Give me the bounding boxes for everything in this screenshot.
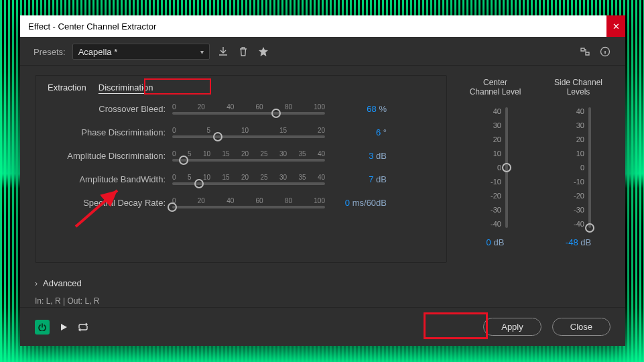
level-title: CenterChannel Level xyxy=(470,78,521,101)
center-channel-level: CenterChannel Level 403020100-10-20-30-4… xyxy=(463,78,527,263)
slider-amplitude-bandwidth: Amplitude BandWidth: 0510152025303540 7 … xyxy=(48,174,434,185)
parameters-panel: Extraction Discrimination Crossover Blee… xyxy=(35,75,447,263)
tabs: Extraction Discrimination xyxy=(48,82,434,94)
slider-thumb[interactable] xyxy=(502,163,511,172)
slider-thumb[interactable] xyxy=(168,202,177,212)
slider-track[interactable] xyxy=(172,135,325,138)
slider-thumb[interactable] xyxy=(585,223,594,233)
slider-thumb[interactable] xyxy=(179,156,188,165)
loop-button[interactable] xyxy=(78,322,88,332)
apply-button[interactable]: Apply xyxy=(483,318,541,336)
transport-controls xyxy=(35,320,88,335)
slider-spectral-decay-rate: Spectral Decay Rate: 020406080100 0 ms/6… xyxy=(48,197,434,208)
io-label: In: L, R | Out: L, R xyxy=(35,296,100,306)
preset-selected: Acapella * xyxy=(78,47,118,57)
tab-extraction[interactable]: Extraction xyxy=(48,82,86,94)
dialog-body: Extraction Discrimination Crossover Blee… xyxy=(20,66,625,268)
side-channel-levels: Side ChannelLevels 403020100-10-20-30-40… xyxy=(546,78,610,263)
close-button[interactable]: Close xyxy=(552,318,610,336)
play-button[interactable] xyxy=(59,322,68,332)
slider-track-wrap: 05101520 xyxy=(172,127,325,138)
level-value[interactable]: 0 dB xyxy=(487,237,505,247)
effect-dialog: Effect - Center Channel Extractor ✕ Pres… xyxy=(20,15,625,346)
preset-dropdown[interactable]: Acapella * ▾ xyxy=(72,44,210,60)
slider-amplitude-discrimination: Amplitude Discrimination: 05101520253035… xyxy=(48,150,434,162)
slider-label: Spectral Decay Rate: xyxy=(48,198,166,208)
sliders: Crossover Bleed: 020406080100 68 % Phase… xyxy=(48,103,434,208)
play-icon xyxy=(59,322,68,332)
advanced-label: Advanced xyxy=(43,278,82,288)
slider-track-wrap: 020406080100 xyxy=(172,197,325,208)
slider-thumb[interactable] xyxy=(271,109,281,118)
window-close-button[interactable]: ✕ xyxy=(606,15,625,37)
level-sliders: CenterChannel Level 403020100-10-20-30-4… xyxy=(463,75,610,263)
level-title: Side ChannelLevels xyxy=(554,78,602,101)
slider-track[interactable] xyxy=(172,112,325,115)
slider-phase-discrimination: Phase Discrimination: 05101520 6 ° xyxy=(48,127,434,138)
slider-thumb[interactable] xyxy=(213,132,222,141)
vertical-slider: 403020100-10-20-30-40 xyxy=(566,105,591,231)
window-title: Effect - Center Channel Extractor xyxy=(28,21,617,32)
footer: Apply Close xyxy=(20,307,625,346)
title-bar: Effect - Center Channel Extractor ✕ xyxy=(20,15,625,37)
tab-discrimination[interactable]: Discrimination xyxy=(99,82,153,94)
slider-track[interactable] xyxy=(172,182,325,185)
power-icon xyxy=(38,323,46,331)
loop-icon xyxy=(78,322,88,332)
slider-track-wrap: 0510152025303540 xyxy=(172,150,325,162)
slider-label: Phase Discrimination: xyxy=(48,127,166,137)
level-ticks: 403020100-10-20-30-40 xyxy=(482,107,501,228)
slider-value[interactable]: 6 ° xyxy=(332,127,387,137)
slider-track[interactable] xyxy=(172,206,325,208)
slider-value[interactable]: 7 dB xyxy=(332,174,387,184)
annotation-highlight-apply xyxy=(424,312,488,339)
slider-thumb[interactable] xyxy=(194,179,204,188)
slider-track-wrap: 020406080100 xyxy=(172,103,325,115)
favorite-icon[interactable] xyxy=(257,45,270,58)
slider-track[interactable] xyxy=(505,107,508,228)
preset-label: Presets: xyxy=(34,47,66,57)
channel-map-icon[interactable] xyxy=(578,45,592,58)
slider-label: Crossover Bleed: xyxy=(48,104,166,114)
slider-track[interactable] xyxy=(588,107,591,228)
save-preset-icon[interactable] xyxy=(216,45,230,58)
level-ticks: 403020100-10-20-30-40 xyxy=(566,107,584,228)
slider-crossover-bleed: Crossover Bleed: 020406080100 68 % xyxy=(48,103,434,115)
level-value[interactable]: -48 dB xyxy=(566,237,591,247)
power-button[interactable] xyxy=(35,320,50,335)
slider-value[interactable]: 68 % xyxy=(332,104,387,114)
slider-value[interactable]: 3 dB xyxy=(332,151,387,161)
vertical-slider: 403020100-10-20-30-40 xyxy=(482,105,508,231)
slider-track-wrap: 0510152025303540 xyxy=(172,174,325,185)
slider-label: Amplitude Discrimination: xyxy=(48,151,166,161)
chevron-right-icon: › xyxy=(35,279,38,288)
advanced-disclosure[interactable]: › Advanced xyxy=(35,278,82,288)
slider-ticks: 020406080100 xyxy=(172,103,325,111)
slider-label: Amplitude BandWidth: xyxy=(48,174,166,184)
slider-track[interactable] xyxy=(172,159,325,162)
delete-preset-icon[interactable] xyxy=(237,45,250,58)
close-icon: ✕ xyxy=(613,21,620,32)
slider-value[interactable]: 0 ms/60dB xyxy=(332,198,387,208)
preset-row: Presets: Acapella * ▾ xyxy=(20,37,625,66)
chevron-down-icon: ▾ xyxy=(200,48,204,56)
info-icon[interactable] xyxy=(598,45,612,58)
